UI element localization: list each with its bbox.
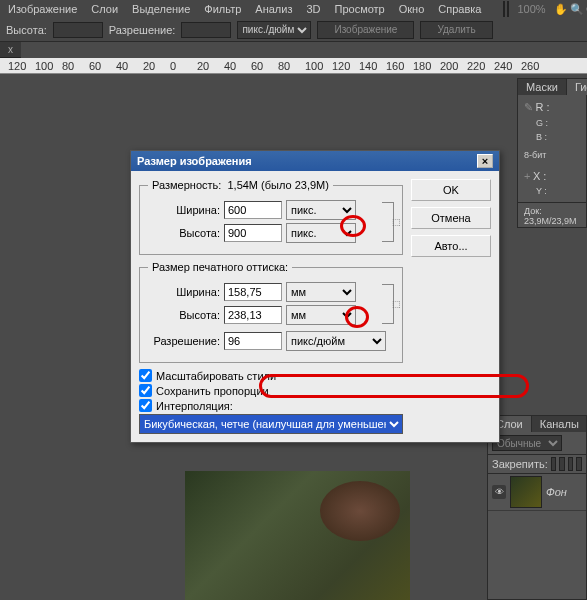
interp-checkbox[interactable] (139, 399, 152, 412)
pwidth-label: Ширина: (148, 286, 220, 298)
dim-label: Размерность: (152, 179, 221, 191)
dialog-titlebar[interactable]: Размер изображения × (131, 151, 499, 171)
res-input[interactable] (224, 332, 282, 350)
auto-button[interactable]: Авто... (411, 235, 491, 257)
image-button[interactable]: Изображение (317, 21, 414, 39)
constrain-label: Сохранить пропорции (156, 385, 269, 397)
dialog-title: Размер изображения (137, 155, 252, 167)
document-tab[interactable]: x (0, 42, 21, 58)
zoom-value[interactable]: 100% (511, 1, 551, 17)
lock-transparency-icon[interactable] (551, 457, 557, 471)
lock-pixels-icon[interactable] (559, 457, 565, 471)
layer-row[interactable]: 👁 Фон (488, 474, 586, 511)
pheight-input[interactable] (224, 306, 282, 324)
pheight-label: Высота: (148, 309, 220, 321)
scale-styles-checkbox[interactable] (139, 369, 152, 382)
lock-label: Закрепить: (492, 458, 548, 470)
menu-select[interactable]: Выделение (126, 1, 196, 17)
menu-help[interactable]: Справка (432, 1, 487, 17)
layer-name: Фон (546, 486, 567, 498)
height-label: Высота: (6, 24, 47, 36)
menu-filter[interactable]: Фильтр (198, 1, 247, 17)
delete-button[interactable]: Удалить (420, 21, 492, 39)
scale-styles-label: Масштабировать стили (156, 370, 276, 382)
interpolation-select[interactable]: Бикубическая, четче (наилучшая для умень… (139, 414, 403, 434)
height-input-dlg[interactable] (224, 224, 282, 242)
menu-bar: Изображение Слои Выделение Фильтр Анализ… (0, 0, 587, 18)
layer-thumbnail[interactable] (510, 476, 542, 508)
tab-channels[interactable]: Каналы (532, 416, 587, 432)
visibility-icon[interactable]: 👁 (492, 485, 506, 499)
menu-analysis[interactable]: Анализ (249, 1, 298, 17)
resolution-unit-select[interactable]: пикс./дюйм (237, 21, 311, 39)
pwidth-unit-select[interactable]: мм (286, 282, 356, 302)
blend-mode-select[interactable]: Обычные (492, 435, 562, 451)
width-input[interactable] (224, 201, 282, 219)
res-unit-select[interactable]: пикс/дюйм (286, 331, 386, 351)
menu-image[interactable]: Изображение (2, 1, 83, 17)
menu-3d[interactable]: 3D (300, 1, 326, 17)
layers-panel: Слои Каналы Контур Обычные Закрепить: 👁 … (487, 415, 587, 600)
document-size-group: Размер печатного оттиска: Ширина: мм Выс… (139, 261, 403, 363)
layout-icon[interactable] (503, 1, 505, 17)
doc-size-info: Док: 23,9M/23,9M (518, 202, 586, 229)
zoom-icon[interactable]: 🔍 (570, 3, 584, 16)
document-canvas[interactable] (185, 471, 410, 600)
width-unit-select[interactable]: пикс. (286, 200, 356, 220)
dim-value: 1,54M (было 23,9M) (227, 179, 328, 191)
lock-position-icon[interactable] (568, 457, 574, 471)
resolution-input[interactable] (181, 22, 231, 38)
link-icon[interactable] (382, 202, 394, 242)
menu-window[interactable]: Окно (393, 1, 431, 17)
interp-label: Интерполяция: (156, 400, 233, 412)
link-icon-2[interactable] (382, 284, 394, 324)
horizontal-ruler: 120 100 80 60 40 20 0 20 40 60 80 100 12… (0, 58, 587, 74)
pheight-unit-select[interactable]: мм (286, 305, 356, 325)
width-label: Ширина: (148, 204, 220, 216)
res-label: Разрешение: (148, 335, 220, 347)
lock-all-icon[interactable] (576, 457, 582, 471)
print-size-label: Размер печатного оттиска: (148, 261, 292, 273)
hand-icon[interactable]: ✋ (554, 3, 568, 16)
constrain-checkbox[interactable] (139, 384, 152, 397)
image-size-dialog: Размер изображения × Размерность: 1,54M … (130, 150, 500, 443)
pixel-dimensions-group: Размерность: 1,54M (было 23,9M) Ширина: … (139, 179, 403, 255)
screen-mode-icon[interactable] (507, 1, 509, 17)
cancel-button[interactable]: Отмена (411, 207, 491, 229)
menu-view[interactable]: Просмотр (329, 1, 391, 17)
info-panel: Маски Гистогра ✎ R : G : B : 8-бит + X :… (517, 78, 587, 228)
pwidth-input[interactable] (224, 283, 282, 301)
options-bar: Высота: Разрешение: пикс./дюйм Изображен… (0, 18, 587, 42)
menu-layers[interactable]: Слои (85, 1, 124, 17)
resolution-label: Разрешение: (109, 24, 176, 36)
height-unit-select[interactable]: пикс. (286, 223, 356, 243)
ok-button[interactable]: OK (411, 179, 491, 201)
tab-histogram[interactable]: Гистогра (567, 79, 587, 95)
close-icon[interactable]: × (477, 154, 493, 168)
tab-masks[interactable]: Маски (518, 79, 567, 95)
height-input[interactable] (53, 22, 103, 38)
height-label-dlg: Высота: (148, 227, 220, 239)
